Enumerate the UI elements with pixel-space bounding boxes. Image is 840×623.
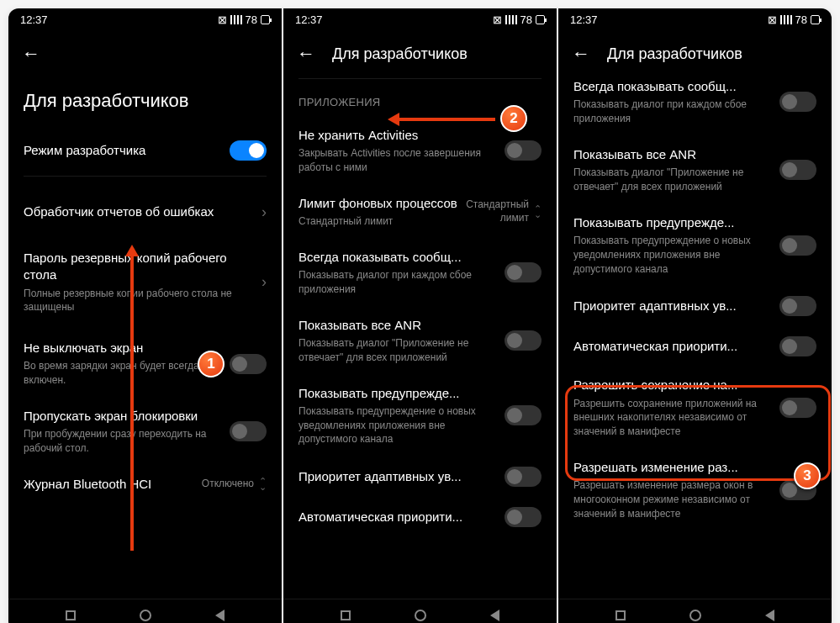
- bug-report-row[interactable]: Обработчик отчетов об ошибках ›: [24, 182, 267, 231]
- battery-pct: 78: [246, 13, 257, 26]
- header: ← Для разработчиков: [558, 31, 832, 73]
- nav-home-icon[interactable]: [689, 610, 701, 621]
- arrow-2: [399, 118, 495, 121]
- battery-pct: 78: [520, 13, 532, 26]
- toggle[interactable]: [779, 92, 816, 112]
- row-sub: Показывать диалог "Приложение не отвечае…: [298, 336, 496, 365]
- marker-2: 2: [500, 105, 527, 132]
- row-title: Показывать предупрежде...: [573, 214, 771, 231]
- show-all-anr-row[interactable]: Показывать все ANR Показывать диалог "Пр…: [298, 307, 542, 375]
- battery-pct: 78: [795, 13, 807, 26]
- nav-home-icon[interactable]: [140, 610, 151, 621]
- nav-back-icon[interactable]: [765, 610, 774, 621]
- stay-awake-label: Не выключать экран: [24, 340, 221, 356]
- row-sub: Стандартный лимит: [298, 214, 457, 229]
- show-warning-row[interactable]: Показывать предупрежде... Показывать пре…: [298, 375, 542, 457]
- show-all-anr-row[interactable]: Показывать все ANR Показывать диалог "Пр…: [573, 136, 816, 204]
- row-sub: Закрывать Activities после завершения ра…: [298, 146, 496, 175]
- stay-awake-row[interactable]: Не выключать экран Во время зарядки экра…: [24, 325, 267, 398]
- highlight-box: [565, 385, 831, 481]
- row-title: Показывать все ANR: [298, 317, 496, 334]
- marker-3: 3: [794, 462, 821, 489]
- row-sub: Показывать диалог "Приложение не отвечае…: [573, 166, 771, 194]
- back-icon[interactable]: ←: [297, 43, 315, 65]
- row-sub: Показывать диалог при каждом сбое прилож…: [298, 268, 496, 297]
- nav-bar: [283, 599, 557, 623]
- back-icon[interactable]: ←: [572, 43, 590, 65]
- toggle[interactable]: [505, 507, 542, 527]
- toggle[interactable]: [505, 262, 542, 282]
- screen-2: 12:37 ⊠78 ← Для разработчиков ПРИЛОЖЕНИЯ…: [283, 8, 557, 623]
- auto-priority-row[interactable]: Автоматическая приорити...: [298, 497, 542, 537]
- toggle[interactable]: [779, 235, 816, 256]
- nav-back-icon[interactable]: [215, 610, 225, 621]
- row-sub: Разрешать изменение размера окон в много…: [573, 478, 771, 520]
- bluetooth-hci-row[interactable]: Журнал Bluetooth HCI Отключено⌃⌄: [24, 466, 267, 503]
- skip-lock-row[interactable]: Пропускать экран блокировки При пробужде…: [24, 398, 267, 466]
- header: ←: [8, 31, 282, 73]
- backup-password-sub: Полные резервные копии рабочего стола не…: [24, 287, 253, 315]
- row-title: Показывать предупрежде...: [298, 385, 496, 402]
- back-icon[interactable]: ←: [22, 43, 40, 65]
- stay-awake-sub: Во время зарядки экран будет всегда вклю…: [24, 359, 221, 388]
- nav-recent-icon[interactable]: [66, 610, 76, 620]
- chevron-right-icon: ›: [262, 203, 267, 221]
- toggle[interactable]: [779, 336, 816, 356]
- status-right: ⊠78: [218, 13, 270, 26]
- row-title: Всегда показывать сообщ...: [298, 249, 496, 266]
- header-title: Для разработчиков: [607, 45, 742, 63]
- updown-icon: ⌃⌄: [534, 206, 542, 217]
- nav-recent-icon[interactable]: [341, 610, 351, 620]
- updown-icon: ⌃⌄: [259, 478, 267, 489]
- skip-lock-label: Пропускать экран блокировки: [24, 408, 221, 425]
- status-bar: 12:37 ⊠78: [8, 8, 282, 31]
- always-show-crash-row[interactable]: Всегда показывать сообщ... Показывать ди…: [573, 73, 816, 136]
- bluetooth-hci-value: Отключено: [202, 478, 254, 491]
- row-title: Автоматическая приорити...: [573, 338, 771, 355]
- nav-bar: [8, 599, 282, 623]
- row-title: Не хранить Activities: [298, 127, 496, 144]
- toggle[interactable]: [505, 140, 542, 161]
- skip-lock-toggle[interactable]: [230, 421, 267, 441]
- stay-awake-toggle[interactable]: [230, 354, 267, 374]
- screen-3: 12:37 ⊠78 ← Для разработчиков Всегда пок…: [558, 8, 832, 623]
- battery-icon: [811, 15, 820, 24]
- developer-mode-label: Режим разработчика: [24, 142, 221, 159]
- toggle[interactable]: [505, 330, 542, 351]
- skip-lock-sub: При пробуждении сразу переходить на рабо…: [24, 427, 221, 456]
- row-title: Лимит фоновых процессов: [298, 195, 457, 212]
- row-title: Автоматическая приорити...: [298, 509, 496, 525]
- bg-process-limit-row[interactable]: Лимит фоновых процессов Стандартный лими…: [298, 185, 542, 239]
- toggle[interactable]: [505, 467, 542, 487]
- header: ← Для разработчиков: [283, 31, 557, 73]
- nav-bar: [558, 599, 832, 623]
- status-right: ⊠78: [768, 13, 820, 26]
- toggle[interactable]: [779, 160, 816, 180]
- status-bar: 12:37 ⊠78: [558, 8, 832, 31]
- adaptive-priority-row[interactable]: Приоритет адаптивных ув...: [573, 286, 816, 326]
- backup-password-row[interactable]: Пароль резервных копий рабочего стола По…: [24, 231, 267, 325]
- row-sub: Показывать предупреждение о новых уведом…: [298, 404, 496, 446]
- nav-recent-icon[interactable]: [615, 610, 626, 620]
- developer-mode-toggle[interactable]: [230, 140, 267, 161]
- toggle[interactable]: [779, 296, 816, 316]
- nav-back-icon[interactable]: [490, 610, 499, 621]
- row-sub: Показывать предупреждение о новых уведом…: [573, 234, 771, 276]
- status-time: 12:37: [20, 13, 48, 26]
- row-title: Показывать все ANR: [573, 146, 771, 163]
- adaptive-priority-row[interactable]: Приоритет адаптивных ув...: [298, 457, 542, 497]
- battery-icon: [536, 15, 545, 24]
- developer-mode-row[interactable]: Режим разработчика: [24, 130, 267, 171]
- divider: [298, 78, 542, 79]
- auto-priority-row[interactable]: Автоматическая приорити...: [573, 326, 816, 367]
- bluetooth-hci-label: Журнал Bluetooth HCI: [24, 476, 193, 493]
- toggle[interactable]: [505, 405, 542, 425]
- always-show-crash-row[interactable]: Всегда показывать сообщ... Показывать ди…: [298, 239, 542, 307]
- show-warning-row[interactable]: Показывать предупрежде... Показывать пре…: [573, 204, 816, 287]
- marker-1: 1: [198, 351, 225, 377]
- row-title: Всегда показывать сообщ...: [573, 78, 771, 95]
- row-title: Приоритет адаптивных ув...: [298, 468, 496, 485]
- bug-report-label: Обработчик отчетов об ошибках: [24, 203, 253, 220]
- nav-home-icon[interactable]: [415, 610, 426, 621]
- header-title: Для разработчиков: [332, 45, 468, 63]
